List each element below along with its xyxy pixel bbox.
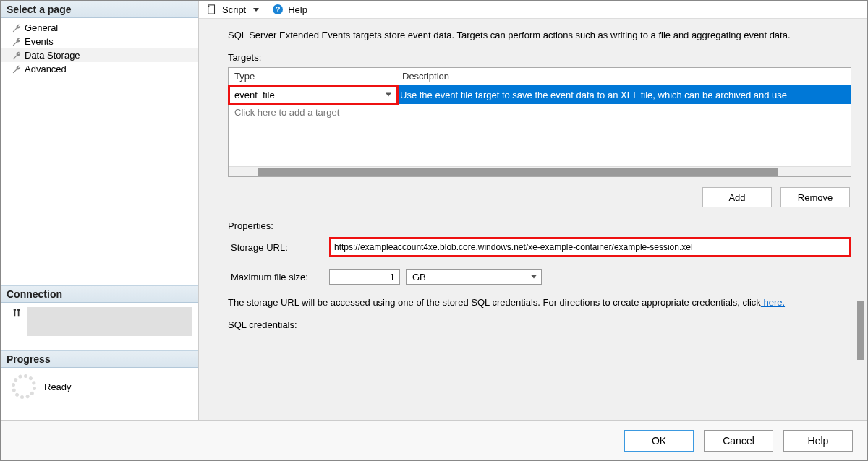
help-button[interactable]: Help xyxy=(288,4,307,15)
dialog-footer: OK Cancel Help xyxy=(1,420,867,460)
sidebar-item-label: Data Storage xyxy=(25,50,80,61)
toolbar: Script ? Help xyxy=(199,1,867,19)
storage-url-label: Storage URL: xyxy=(228,242,329,253)
vertical-scrollbar[interactable] xyxy=(857,301,864,360)
connection-info xyxy=(27,307,192,336)
description-text: SQL Server Extended Events targets store… xyxy=(228,29,851,42)
svg-point-0 xyxy=(14,309,17,311)
ok-button[interactable]: OK xyxy=(624,430,694,452)
col-header-description[interactable]: Description xyxy=(396,68,851,85)
horizontal-scrollbar[interactable] xyxy=(229,166,851,176)
wrench-icon xyxy=(11,22,22,33)
server-icon xyxy=(11,307,22,319)
sidebar: Select a page General Events Data Storag… xyxy=(1,1,199,420)
file-size-unit-dropdown[interactable]: GB xyxy=(406,269,542,285)
select-page-header: Select a page xyxy=(1,1,198,18)
progress-spinner-icon xyxy=(12,375,35,398)
credentials-note: The storage URL will be accessed using o… xyxy=(228,296,851,309)
wrench-icon xyxy=(11,36,22,47)
svg-point-2 xyxy=(17,309,20,311)
connection-body xyxy=(1,303,198,350)
sidebar-item-label: Events xyxy=(25,36,54,47)
connection-header: Connection xyxy=(1,285,198,303)
script-button[interactable]: Script xyxy=(222,4,246,15)
sidebar-item-label: Advanced xyxy=(25,64,67,74)
svg-text:?: ? xyxy=(276,5,281,14)
here-link[interactable]: here. xyxy=(761,297,785,308)
chevron-down-icon xyxy=(531,275,537,279)
sidebar-item-advanced[interactable]: Advanced xyxy=(1,62,198,76)
add-target-placeholder[interactable]: Click here to add a target xyxy=(229,104,851,121)
sidebar-item-data-storage[interactable]: Data Storage xyxy=(1,48,198,62)
max-file-size-input[interactable] xyxy=(329,269,400,285)
targets-table: Type Description event_file Use the even… xyxy=(228,67,851,177)
properties-label: Properties: xyxy=(228,220,851,231)
storage-url-input[interactable] xyxy=(329,237,851,257)
chevron-down-icon xyxy=(386,93,391,97)
target-description-cell[interactable]: Use the event file target to save the ev… xyxy=(396,85,851,104)
sidebar-item-label: General xyxy=(25,22,58,33)
svg-rect-3 xyxy=(18,311,20,316)
progress-body: Ready xyxy=(1,368,198,420)
targets-label: Targets: xyxy=(228,52,851,63)
remove-button[interactable]: Remove xyxy=(780,187,850,207)
progress-status: Ready xyxy=(44,382,72,392)
sql-credentials-label: SQL credentials: xyxy=(228,319,851,330)
sidebar-item-events[interactable]: Events xyxy=(1,35,198,48)
col-header-type[interactable]: Type xyxy=(229,68,396,85)
cancel-button[interactable]: Cancel xyxy=(704,430,773,452)
wrench-icon xyxy=(11,64,22,74)
add-button[interactable]: Add xyxy=(702,187,772,207)
sidebar-item-general[interactable]: General xyxy=(1,21,198,35)
table-row[interactable]: event_file Use the event file target to … xyxy=(229,85,851,104)
svg-rect-1 xyxy=(14,311,16,316)
file-size-unit-value: GB xyxy=(412,272,426,283)
max-file-size-label: Maximum file size: xyxy=(228,272,329,283)
chevron-down-icon[interactable] xyxy=(253,8,259,12)
page-list: General Events Data Storage Advanced xyxy=(1,18,198,79)
target-type-value: event_file xyxy=(234,90,275,100)
wrench-icon xyxy=(11,50,22,61)
progress-header: Progress xyxy=(1,350,198,368)
main-panel: Script ? Help SQL Server Extended Events… xyxy=(199,1,867,420)
help-button[interactable]: Help xyxy=(783,430,853,452)
help-icon: ? xyxy=(272,4,284,15)
script-icon xyxy=(206,4,218,15)
target-type-dropdown[interactable]: event_file xyxy=(229,85,396,104)
